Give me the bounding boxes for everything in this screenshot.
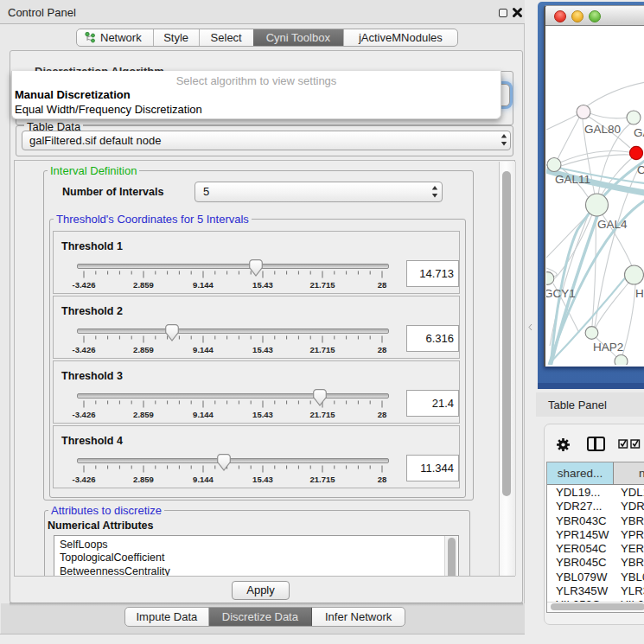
svg-text:HAP2: HAP2 (593, 341, 623, 354)
svg-text:GCY1: GCY1 (546, 287, 576, 300)
svg-text:C: C (637, 163, 644, 176)
svg-text:GA: GA (634, 126, 644, 139)
svg-text:GAL11: GAL11 (555, 173, 590, 186)
svg-text:H: H (635, 287, 644, 300)
svg-text:GAL4: GAL4 (597, 218, 628, 231)
svg-text:GAL80: GAL80 (584, 123, 621, 136)
